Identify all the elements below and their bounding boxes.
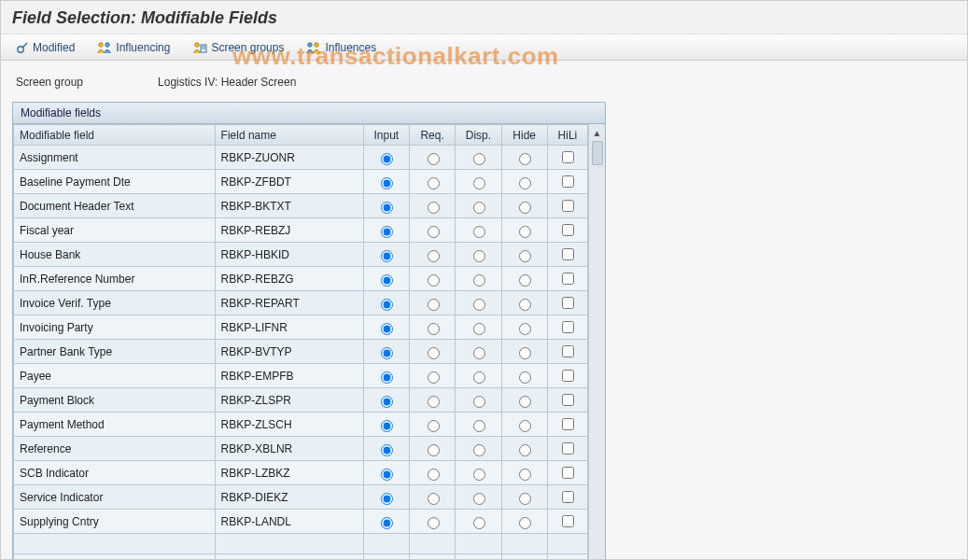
influencing-button[interactable]: Influencing — [93, 39, 174, 56]
col-hide-header[interactable]: Hide — [501, 125, 547, 146]
hide-radio[interactable] — [519, 226, 531, 238]
hili-checkbox[interactable] — [562, 467, 574, 479]
req-radio[interactable] — [428, 371, 440, 384]
hili-checkbox[interactable] — [562, 370, 574, 382]
input-radio[interactable] — [381, 347, 393, 359]
input-radio[interactable] — [381, 371, 393, 384]
table-row[interactable]: ReferenceRBKP-XBLNR — [14, 437, 588, 461]
req-radio[interactable] — [428, 177, 440, 189]
input-radio[interactable] — [381, 323, 393, 335]
hide-radio[interactable] — [519, 323, 531, 335]
hide-radio[interactable] — [519, 250, 531, 262]
col-disp-header[interactable]: Disp. — [456, 125, 501, 146]
hili-checkbox[interactable] — [562, 248, 574, 260]
hide-radio[interactable] — [519, 517, 531, 529]
table-row[interactable]: Payment MethodRBKP-ZLSCH — [14, 413, 588, 437]
hili-checkbox[interactable] — [562, 273, 574, 285]
hide-radio[interactable] — [519, 420, 531, 432]
input-radio[interactable] — [381, 396, 393, 408]
hide-radio[interactable] — [519, 493, 531, 505]
hili-checkbox[interactable] — [562, 442, 574, 455]
hili-checkbox[interactable] — [562, 321, 574, 333]
hide-radio[interactable] — [519, 202, 531, 214]
table-row[interactable]: Partner Bank TypeRBKP-BVTYP — [14, 340, 588, 364]
req-radio[interactable] — [428, 347, 440, 359]
disp-radio[interactable] — [473, 371, 485, 384]
table-row[interactable]: Invoicing PartyRBKP-LIFNR — [14, 315, 588, 340]
hili-checkbox[interactable] — [562, 151, 574, 163]
req-radio[interactable] — [428, 250, 440, 262]
scroll-up-icon[interactable]: ▲ — [591, 126, 604, 139]
table-row[interactable]: AssignmentRBKP-ZUONR — [14, 146, 588, 170]
influences-button[interactable]: Influences — [302, 39, 380, 56]
hili-checkbox[interactable] — [562, 418, 574, 430]
hide-radio[interactable] — [519, 153, 531, 165]
hili-checkbox[interactable] — [562, 491, 574, 503]
req-radio[interactable] — [428, 299, 440, 311]
req-radio[interactable] — [428, 226, 440, 238]
hili-checkbox[interactable] — [562, 224, 574, 236]
hide-radio[interactable] — [519, 274, 531, 287]
table-row[interactable]: House BankRBKP-HBKID — [14, 243, 588, 267]
col-field-header[interactable]: Modifiable field — [14, 125, 216, 146]
table-row[interactable]: Document Header TextRBKP-BKTXT — [14, 194, 588, 218]
disp-radio[interactable] — [473, 153, 485, 165]
hili-checkbox[interactable] — [562, 297, 574, 309]
input-radio[interactable] — [381, 202, 393, 214]
table-row[interactable]: SCB IndicatorRBKP-LZBKZ — [14, 461, 588, 485]
input-radio[interactable] — [381, 444, 393, 456]
table-scrollbar[interactable]: ▲ ▼ — [588, 124, 605, 560]
req-radio[interactable] — [428, 493, 440, 505]
screen-groups-button[interactable]: Screen groups — [189, 39, 288, 56]
disp-radio[interactable] — [473, 517, 485, 529]
scroll-track[interactable] — [592, 165, 603, 560]
hide-radio[interactable] — [519, 347, 531, 359]
disp-radio[interactable] — [473, 323, 485, 335]
hide-radio[interactable] — [519, 177, 531, 189]
table-row[interactable]: InR.Reference NumberRBKP-REBZG — [14, 267, 588, 291]
disp-radio[interactable] — [473, 469, 485, 481]
table-row[interactable]: Invoice Verif. TypeRBKP-REPART — [14, 291, 588, 315]
disp-radio[interactable] — [473, 177, 485, 189]
scroll-thumb[interactable] — [592, 141, 603, 165]
req-radio[interactable] — [428, 153, 440, 165]
req-radio[interactable] — [428, 469, 440, 481]
col-name-header[interactable]: Field name — [215, 125, 363, 146]
input-radio[interactable] — [381, 250, 393, 262]
hide-radio[interactable] — [519, 371, 531, 384]
input-radio[interactable] — [381, 177, 393, 189]
input-radio[interactable] — [381, 226, 393, 238]
disp-radio[interactable] — [473, 444, 485, 456]
input-radio[interactable] — [381, 493, 393, 505]
hide-radio[interactable] — [519, 469, 531, 481]
hide-radio[interactable] — [519, 299, 531, 311]
disp-radio[interactable] — [473, 299, 485, 311]
input-radio[interactable] — [381, 469, 393, 481]
disp-radio[interactable] — [473, 347, 485, 359]
modified-button[interactable]: Modified — [12, 39, 78, 56]
table-row[interactable]: PayeeRBKP-EMPFB — [14, 364, 588, 388]
hili-checkbox[interactable] — [562, 200, 574, 212]
hili-checkbox[interactable] — [562, 345, 574, 357]
input-radio[interactable] — [381, 274, 393, 287]
disp-radio[interactable] — [473, 250, 485, 262]
input-radio[interactable] — [381, 299, 393, 311]
req-radio[interactable] — [428, 517, 440, 529]
hili-checkbox[interactable] — [562, 515, 574, 527]
disp-radio[interactable] — [473, 420, 485, 432]
hide-radio[interactable] — [519, 396, 531, 408]
col-input-header[interactable]: Input — [363, 125, 409, 146]
col-req-header[interactable]: Req. — [410, 125, 456, 146]
table-row[interactable]: Service IndicatorRBKP-DIEKZ — [14, 485, 588, 510]
disp-radio[interactable] — [473, 493, 485, 505]
hili-checkbox[interactable] — [562, 394, 574, 406]
req-radio[interactable] — [428, 274, 440, 287]
input-radio[interactable] — [381, 420, 393, 432]
table-row[interactable]: Fiscal yearRBKP-REBZJ — [14, 218, 588, 243]
table-row[interactable]: Payment BlockRBKP-ZLSPR — [14, 388, 588, 413]
input-radio[interactable] — [381, 153, 393, 165]
disp-radio[interactable] — [473, 226, 485, 238]
hide-radio[interactable] — [519, 444, 531, 456]
disp-radio[interactable] — [473, 202, 485, 214]
col-hili-header[interactable]: HiLi — [547, 125, 587, 146]
